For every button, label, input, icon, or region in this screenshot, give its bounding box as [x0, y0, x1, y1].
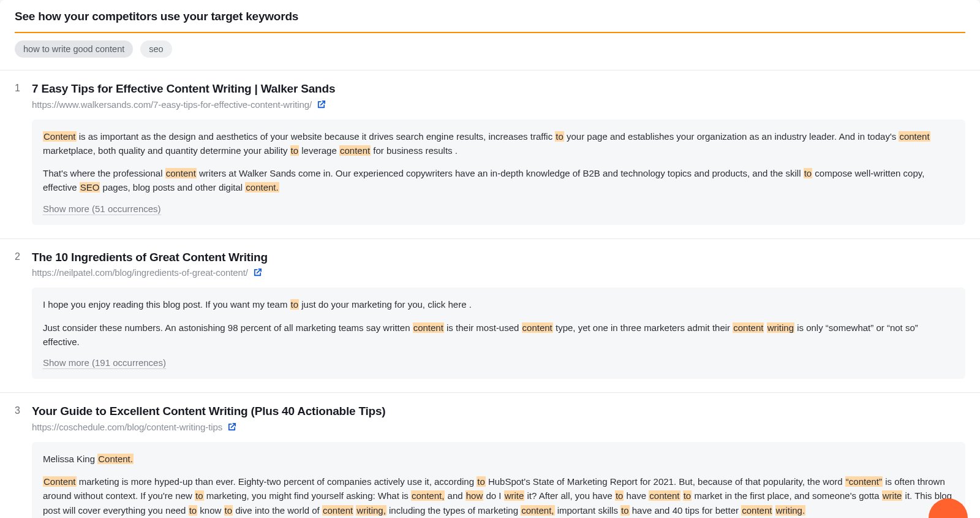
keyword-highlight: how [466, 490, 484, 501]
result-url-row: https://neilpatel.com/blog/ingredients-o… [32, 267, 965, 278]
show-more-link[interactable]: Show more (51 occurrences) [43, 204, 161, 215]
results-list: 17 Easy Tips for Effective Content Writi… [0, 70, 980, 518]
panel-header: See how your competitors use your target… [0, 0, 980, 33]
keyword-pill[interactable]: how to write good content [15, 40, 133, 58]
keyword-highlight: content [649, 490, 680, 501]
snippet-paragraph: Content marketing is more hyped-up than … [43, 474, 954, 517]
keyword-highlight: content [165, 168, 197, 178]
keyword-highlight: write [504, 490, 525, 501]
keyword-highlight: content. [245, 182, 279, 192]
keyword-highlight: content, [521, 505, 554, 516]
keyword-highlight: to [620, 505, 630, 516]
keyword-highlight: writing. [775, 505, 806, 516]
result-row: 17 Easy Tips for Effective Content Writi… [0, 70, 980, 238]
snippet-paragraph: Melissa King Content. [43, 452, 954, 466]
keyword-highlight: write [882, 490, 903, 501]
result-url: https://www.walkersands.com/7-easy-tips-… [32, 99, 312, 110]
keyword-highlight: Content. [97, 454, 134, 464]
result-number: 3 [15, 404, 32, 518]
snippet-paragraph: Content is as important as the design an… [43, 129, 954, 158]
snippet-paragraph: That's where the professional content wr… [43, 166, 954, 195]
result-url: https://neilpatel.com/blog/ingredients-o… [32, 267, 248, 278]
keyword-highlight: content [741, 505, 772, 516]
keyword-highlight: to [290, 145, 300, 156]
keyword-highlight: Content [43, 476, 77, 487]
keyword-highlight: content [339, 145, 371, 156]
keyword-highlight: to [189, 505, 198, 516]
result-title[interactable]: Your Guide to Excellent Content Writing … [32, 404, 965, 419]
keyword-highlight: SEO [80, 182, 100, 192]
keyword-highlight: to [555, 131, 564, 142]
keyword-highlight: writing, [356, 505, 386, 516]
keyword-highlight: content [522, 322, 553, 333]
result-url: https://coschedule.com/blog/content-writ… [32, 422, 222, 432]
external-link-icon[interactable] [317, 100, 326, 109]
keyword-highlight: content [322, 505, 353, 516]
keyword-highlight: content, [411, 490, 445, 501]
snippet-paragraph: I hope you enjoy reading this blog post.… [43, 297, 954, 311]
result-number: 1 [15, 82, 32, 238]
result-number: 2 [15, 250, 32, 392]
keyword-highlight: “content” [845, 476, 883, 487]
keyword-highlight: to [290, 299, 300, 310]
keyword-highlight: content [413, 322, 444, 333]
competitors-panel: See how your competitors use your target… [0, 0, 980, 518]
result-url-row: https://coschedule.com/blog/content-writ… [32, 422, 965, 432]
result-body: 7 Easy Tips for Effective Content Writin… [32, 82, 965, 238]
keyword-highlight: to [804, 168, 813, 178]
result-body: Your Guide to Excellent Content Writing … [32, 404, 965, 518]
external-link-icon[interactable] [227, 422, 236, 432]
result-title[interactable]: 7 Easy Tips for Effective Content Writin… [32, 82, 965, 97]
keyword-highlight: to [195, 490, 204, 501]
keyword-pills: how to write good content seo [0, 33, 980, 70]
panel-title: See how your competitors use your target… [15, 10, 965, 23]
result-row: 2The 10 Ingredients of Great Content Wri… [0, 238, 980, 392]
keyword-highlight: to [224, 505, 233, 516]
result-url-row: https://www.walkersands.com/7-easy-tips-… [32, 99, 965, 110]
keyword-highlight: Content [43, 131, 77, 142]
snippet-box: I hope you enjoy reading this blog post.… [32, 288, 965, 379]
result-title[interactable]: The 10 Ingredients of Great Content Writ… [32, 250, 965, 265]
keyword-highlight: writing [767, 322, 794, 333]
result-body: The 10 Ingredients of Great Content Writ… [32, 250, 965, 392]
snippet-box: Melissa King Content.Content marketing i… [32, 442, 965, 518]
keyword-highlight: to [615, 490, 624, 501]
keyword-highlight: to [477, 476, 486, 487]
show-more-link[interactable]: Show more (191 occurrences) [43, 357, 166, 369]
keyword-highlight: content [899, 131, 930, 142]
result-row: 3Your Guide to Excellent Content Writing… [0, 392, 980, 518]
external-link-icon[interactable] [253, 268, 262, 277]
keyword-pill[interactable]: seo [140, 40, 172, 58]
snippet-paragraph: Just consider these numbers. An astonish… [43, 321, 954, 349]
keyword-highlight: content [733, 322, 764, 333]
keyword-highlight: to [683, 490, 692, 501]
snippet-box: Content is as important as the design an… [32, 120, 965, 225]
